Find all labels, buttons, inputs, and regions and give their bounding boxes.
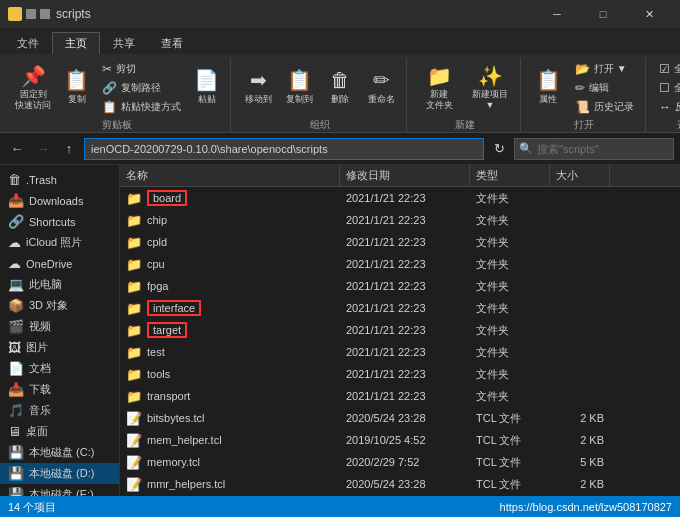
address-input[interactable] <box>84 138 484 160</box>
sidebar-item[interactable]: 🖥桌面 <box>0 421 119 442</box>
file-name-text: interface <box>147 300 201 316</box>
up-button[interactable]: ↑ <box>58 138 80 160</box>
pin-to-quickaccess-button[interactable]: 📌 固定到快速访问 <box>10 60 56 116</box>
sidebar-item[interactable]: 📄文档 <box>0 358 119 379</box>
col-header-name[interactable]: 名称 <box>120 165 340 186</box>
sidebar-item[interactable]: ☁OneDrive <box>0 253 119 274</box>
sidebar-item-label: 3D 对象 <box>29 298 68 313</box>
sidebar: 🗑.Trash📥Downloads🔗Shortcuts☁iCloud 照片☁On… <box>0 165 120 496</box>
copy-to-icon: 📋 <box>287 70 312 90</box>
sidebar-item[interactable]: 🔗Shortcuts <box>0 211 119 232</box>
file-date-cell: 2020/5/24 23:28 <box>340 478 470 490</box>
close-button[interactable]: ✕ <box>626 0 672 28</box>
table-row[interactable]: 📝memory.tcl2020/2/29 7:52TCL 文件5 KB <box>120 451 680 473</box>
sidebar-item-label: 此电脑 <box>29 277 62 292</box>
file-type-cell: 文件夹 <box>470 213 550 228</box>
sidebar-item[interactable]: 🎬视频 <box>0 316 119 337</box>
col-header-type[interactable]: 类型 <box>470 165 550 186</box>
sidebar-item[interactable]: 📦3D 对象 <box>0 295 119 316</box>
file-name-cell: 📝mmr_helpers.tcl <box>120 477 340 492</box>
deselect-all-button[interactable]: ☐ 全部取消 <box>654 79 680 97</box>
edit-button[interactable]: ✏ 编辑 <box>570 79 639 97</box>
properties-button[interactable]: 📋 属性 <box>529 60 567 116</box>
table-row[interactable]: 📁test2021/1/21 22:23文件夹 <box>120 341 680 363</box>
paste-button[interactable]: 📄 粘贴 <box>189 62 224 114</box>
paste-label: 粘贴 <box>198 93 216 106</box>
file-icon: 📁 <box>126 345 142 360</box>
open-icon: 📂 <box>575 62 590 76</box>
tab-view[interactable]: 查看 <box>148 32 196 54</box>
sidebar-item-label: Downloads <box>29 195 83 207</box>
new-item-button[interactable]: ✨ 新建项目▼ <box>466 60 514 116</box>
file-name-cell: 📁transport <box>120 389 340 404</box>
invert-select-button[interactable]: ↔ 反向选择 <box>654 98 680 116</box>
table-row[interactable]: 📁tools2021/1/21 22:23文件夹 <box>120 363 680 385</box>
sidebar-folder-icon: 📥 <box>8 193 24 208</box>
sidebar-item[interactable]: 💻此电脑 <box>0 274 119 295</box>
file-type-cell: 文件夹 <box>470 257 550 272</box>
sidebar-item[interactable]: 📥下载 <box>0 379 119 400</box>
refresh-button[interactable]: ↻ <box>488 138 510 160</box>
table-row[interactable]: 📁chip2021/1/21 22:23文件夹 <box>120 209 680 231</box>
copy-path-button[interactable]: 🔗 复制路径 <box>97 79 186 97</box>
file-type-cell: 文件夹 <box>470 301 550 316</box>
sidebar-item[interactable]: 🖼图片 <box>0 337 119 358</box>
title-bar-left: scripts <box>8 7 91 21</box>
paste-shortcut-button[interactable]: 📋 粘贴快捷方式 <box>97 98 186 116</box>
file-name-cell: 📁interface <box>120 300 340 316</box>
tab-home[interactable]: 主页 <box>52 32 100 54</box>
move-to-button[interactable]: ➡ 移动到 <box>239 60 277 116</box>
file-date-cell: 2021/1/21 22:23 <box>340 368 470 380</box>
forward-button[interactable]: → <box>32 138 54 160</box>
table-row[interactable]: 📁transport2021/1/21 22:23文件夹 <box>120 385 680 407</box>
history-icon: 📜 <box>575 100 590 114</box>
file-icon: 📝 <box>126 477 142 492</box>
sidebar-item[interactable]: 📥Downloads <box>0 190 119 211</box>
sidebar-item[interactable]: 💾本地磁盘 (C:) <box>0 442 119 463</box>
sidebar-item[interactable]: 💾本地磁盘 (E:) <box>0 484 119 496</box>
table-row[interactable]: 📁cpu2021/1/21 22:23文件夹 <box>120 253 680 275</box>
file-name-text: fpga <box>147 280 168 292</box>
file-icon: 📁 <box>126 279 142 294</box>
rename-button[interactable]: ✏ 重命名 <box>362 60 400 116</box>
table-row[interactable]: 📁interface2021/1/21 22:23文件夹 <box>120 297 680 319</box>
sidebar-item[interactable]: ☁iCloud 照片 <box>0 232 119 253</box>
sidebar-item[interactable]: 🗑.Trash <box>0 169 119 190</box>
delete-button[interactable]: 🗑 删除 <box>321 60 359 116</box>
sidebar-folder-icon: ☁ <box>8 235 21 250</box>
col-header-size[interactable]: 大小 <box>550 165 610 186</box>
sidebar-folder-icon: ☁ <box>8 256 21 271</box>
copy-to-button[interactable]: 📋 复制到 <box>280 60 318 116</box>
history-button[interactable]: 📜 历史记录 <box>570 98 639 116</box>
tab-file[interactable]: 文件 <box>4 32 52 54</box>
table-row[interactable]: 📁fpga2021/1/21 22:23文件夹 <box>120 275 680 297</box>
sidebar-item[interactable]: 💾本地磁盘 (D:) <box>0 463 119 484</box>
sidebar-item[interactable]: 🎵音乐 <box>0 400 119 421</box>
status-url: https://blog.csdn.net/lzw508170827 <box>500 501 672 513</box>
minimize-button[interactable]: ─ <box>534 0 580 28</box>
table-row[interactable]: 📝bitsbytes.tcl2020/5/24 23:28TCL 文件2 KB <box>120 407 680 429</box>
select-all-button[interactable]: ☑ 全部选择 <box>654 60 680 78</box>
organize-items: ➡ 移动到 📋 复制到 🗑 删除 ✏ 重命名 <box>239 60 400 116</box>
back-button[interactable]: ← <box>6 138 28 160</box>
sidebar-item-label: .Trash <box>26 174 57 186</box>
cut-button[interactable]: ✂ 剪切 <box>97 60 186 78</box>
maximize-button[interactable]: □ <box>580 0 626 28</box>
file-date-cell: 2021/1/21 22:23 <box>340 346 470 358</box>
table-row[interactable]: 📝mmr_helpers.tcl2020/5/24 23:28TCL 文件2 K… <box>120 473 680 495</box>
table-row[interactable]: 📁target2021/1/21 22:23文件夹 <box>120 319 680 341</box>
file-name-cell: 📁cpld <box>120 235 340 250</box>
search-input[interactable] <box>537 143 657 155</box>
new-item-icon: ✨ <box>478 66 503 86</box>
properties-icon: 📋 <box>536 70 561 90</box>
table-row[interactable]: 📁board2021/1/21 22:23文件夹 <box>120 187 680 209</box>
file-name-text: chip <box>147 214 167 226</box>
table-row[interactable]: 📁cpld2021/1/21 22:23文件夹 <box>120 231 680 253</box>
copy-button[interactable]: 📋 复制 <box>59 62 94 114</box>
open-button[interactable]: 📂 打开 ▼ <box>570 60 639 78</box>
table-row[interactable]: 📝mem_helper.tcl2019/10/25 4:52TCL 文件2 KB <box>120 429 680 451</box>
col-header-date[interactable]: 修改日期 <box>340 165 470 186</box>
tab-share[interactable]: 共享 <box>100 32 148 54</box>
new-folder-button[interactable]: 📁 新建文件夹 <box>415 60 463 116</box>
invert-icon: ↔ <box>659 100 671 114</box>
